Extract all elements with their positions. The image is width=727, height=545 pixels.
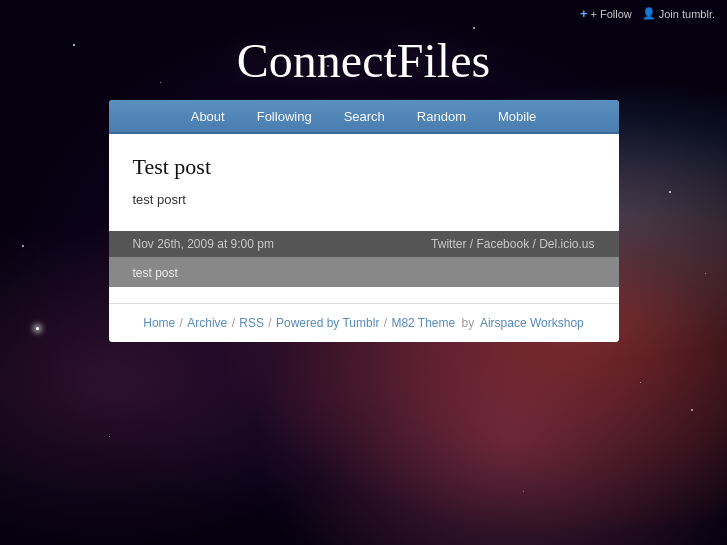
user-icon: 👤 bbox=[642, 7, 656, 20]
footer-powered[interactable]: Powered by Tumblr bbox=[276, 316, 379, 330]
footer-archive[interactable]: Archive bbox=[187, 316, 227, 330]
spacer bbox=[109, 287, 619, 303]
footer-by: by bbox=[462, 316, 475, 330]
nav-search[interactable]: Search bbox=[328, 101, 401, 132]
footer-theme[interactable]: M82 Theme bbox=[391, 316, 455, 330]
nav-bar: About Following Search Random Mobile bbox=[109, 100, 619, 134]
join-label: Join tumblr. bbox=[659, 8, 715, 20]
nav-random[interactable]: Random bbox=[401, 101, 482, 132]
footer-rss[interactable]: RSS bbox=[239, 316, 264, 330]
post-title: Test post bbox=[133, 154, 595, 180]
site-title: ConnectFiles bbox=[237, 33, 490, 88]
nav-mobile[interactable]: Mobile bbox=[482, 101, 552, 132]
footer-links: Home / Archive / RSS / Powered by Tumblr… bbox=[133, 316, 595, 330]
page-wrapper: + + Follow 👤 Join tumblr. ConnectFiles A… bbox=[0, 0, 727, 545]
sep-2: / bbox=[232, 316, 239, 330]
follow-label: + Follow bbox=[590, 8, 631, 20]
footer-workshop[interactable]: Airspace Workshop bbox=[480, 316, 584, 330]
main-container: About Following Search Random Mobile Tes… bbox=[109, 100, 619, 342]
post-area: Test post test posrt bbox=[109, 134, 619, 231]
footer-home[interactable]: Home bbox=[143, 316, 175, 330]
post-body: test posrt bbox=[133, 192, 595, 207]
sep-3: / bbox=[268, 316, 275, 330]
follow-button[interactable]: + + Follow bbox=[580, 6, 632, 21]
nav-following[interactable]: Following bbox=[241, 101, 328, 132]
plus-icon: + bbox=[580, 6, 588, 21]
top-bar: + + Follow 👤 Join tumblr. bbox=[0, 0, 727, 27]
post-date: Nov 26th, 2009 at 9:00 pm bbox=[133, 237, 274, 251]
sep-4: / bbox=[384, 316, 391, 330]
join-tumblr-button[interactable]: 👤 Join tumblr. bbox=[642, 7, 715, 20]
footer-area: Home / Archive / RSS / Powered by Tumblr… bbox=[109, 303, 619, 342]
nav-menu: About Following Search Random Mobile bbox=[175, 101, 553, 132]
post-meta-bar: Nov 26th, 2009 at 9:00 pm Twitter / Face… bbox=[109, 231, 619, 257]
post-social[interactable]: Twitter / Facebook / Del.icio.us bbox=[431, 237, 594, 251]
post-tag: test post bbox=[133, 266, 178, 280]
tag-bar: test post bbox=[109, 257, 619, 287]
sep-1: / bbox=[180, 316, 187, 330]
nav-about[interactable]: About bbox=[175, 101, 241, 132]
